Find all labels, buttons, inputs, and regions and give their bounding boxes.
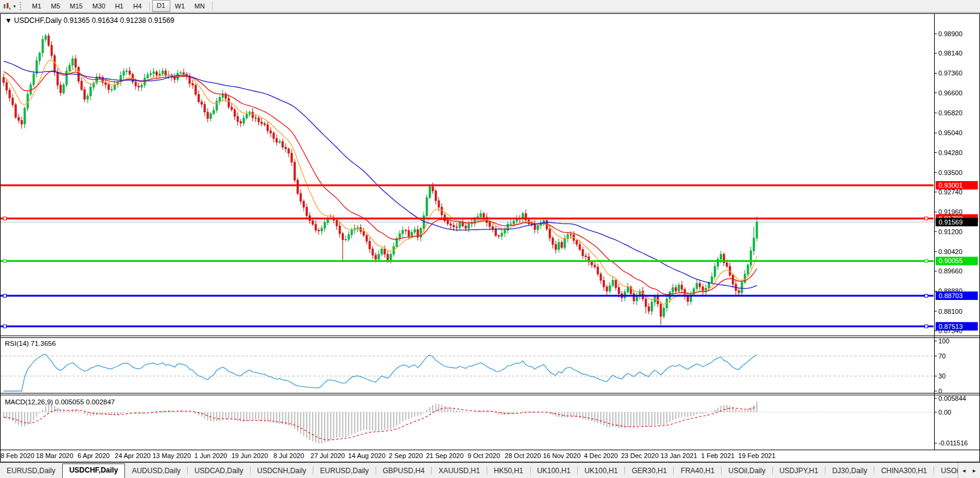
tab-AUDUSD-Daily[interactable]: AUDUSD,Daily <box>125 464 187 478</box>
tab-DJ30-Daily[interactable]: DJ30,Daily <box>825 464 874 478</box>
candle-body <box>14 105 16 118</box>
tab-scroll-left-icon[interactable]: ◂ <box>962 467 966 474</box>
candle-body <box>591 262 593 265</box>
timeframe-button-H1[interactable]: H1 <box>110 1 128 11</box>
hline-handle[interactable] <box>4 260 7 263</box>
candle-body <box>576 241 578 244</box>
price-tick-label: 0.95040 <box>938 129 962 136</box>
candle-body <box>201 102 203 104</box>
date-label: 6 Apr 2020 <box>77 452 109 459</box>
date-label: 19 Jun 2020 <box>231 452 268 459</box>
timeframe-button-MN[interactable]: MN <box>190 1 210 11</box>
toolbar-separator <box>149 2 150 11</box>
candle-body <box>273 133 275 139</box>
candle-body <box>240 121 242 123</box>
timeframe-button-M5[interactable]: M5 <box>46 1 65 11</box>
candle-body <box>258 118 260 123</box>
toolbar-grip[interactable] <box>20 2 23 10</box>
tab-UK100-H1[interactable]: UK100,H1 <box>531 464 577 478</box>
candle-body <box>203 104 205 112</box>
date-label: 28 Feb 2020 <box>0 452 34 459</box>
candle-body <box>264 124 266 125</box>
icon-down-bar <box>7 3 8 8</box>
price-tick-label: 0.95820 <box>938 109 962 116</box>
hline-handle[interactable] <box>925 217 928 220</box>
tab-CHINA300-H1[interactable]: CHINA300,H1 <box>874 464 934 478</box>
candle-body <box>648 307 650 311</box>
hline-handle[interactable] <box>4 294 7 297</box>
date-label: 21 Sep 2020 <box>426 452 463 459</box>
candle-body <box>219 97 220 101</box>
timeframe-button-W1[interactable]: W1 <box>170 1 190 11</box>
timeframe-button-M30[interactable]: M30 <box>88 1 110 11</box>
hline-handle[interactable] <box>4 217 7 220</box>
tab-GER30-H1[interactable]: GER30,H1 <box>625 464 673 478</box>
candle-body <box>243 118 245 124</box>
tab-USDCAD-Daily[interactable]: USDCAD,Daily <box>188 464 250 478</box>
date-label: 9 Oct 2020 <box>467 452 500 459</box>
chart-window: 0.989000.981400.973600.966000.958200.950… <box>0 13 980 462</box>
candle-body <box>231 107 232 109</box>
candle-body <box>495 229 497 235</box>
tab-UK100-H1[interactable]: UK100,H1 <box>578 464 624 478</box>
candle-body <box>372 249 374 255</box>
candle-body <box>363 232 365 235</box>
price-tick-label: 0.98900 <box>938 30 962 37</box>
candle-body <box>411 232 412 237</box>
rsi-label: RSI(14) 71.3656 <box>5 340 56 347</box>
tab-USOil-Daily[interactable]: USOil,Daily <box>722 464 772 478</box>
hline-handle[interactable] <box>925 325 928 328</box>
timeframe-button-H4[interactable]: H4 <box>128 1 146 11</box>
candle-body <box>147 75 149 78</box>
candle-body <box>672 288 674 292</box>
date-label: 1 Jun 2020 <box>194 452 227 459</box>
tab-EURUSD-Daily[interactable]: EURUSD,Daily <box>313 464 376 478</box>
hline-handle[interactable] <box>925 260 928 263</box>
candle-body <box>558 243 560 250</box>
candle-body <box>396 239 398 247</box>
hline-handle[interactable] <box>925 294 928 297</box>
candle-body <box>99 77 101 77</box>
candle-body <box>426 198 428 216</box>
tab-GBPUSD-H4[interactable]: GBPUSD,H4 <box>376 464 431 478</box>
tab-HK50-H1[interactable]: HK50,H1 <box>487 464 530 478</box>
candle-body <box>228 98 229 107</box>
candle-body <box>405 231 406 231</box>
chart-cursor-icon[interactable]: ▾ <box>3 2 17 10</box>
tab-USDJPY-H1[interactable]: USDJPY,H1 <box>773 464 825 478</box>
candle-body <box>606 287 607 291</box>
dropdown-caret-icon[interactable]: ▾ <box>13 4 16 9</box>
candle-body <box>69 65 71 71</box>
tab-XAUUSD-H1[interactable]: XAUUSD,H1 <box>432 464 487 478</box>
tab-USDCNH-Daily[interactable]: USDCNH,Daily <box>251 464 313 478</box>
icon-up-bar <box>4 4 5 8</box>
candle-body <box>681 285 683 289</box>
candle-body <box>468 223 470 229</box>
candle-body <box>114 84 115 89</box>
tab-scroll-right-icon[interactable]: ▸ <box>973 467 976 474</box>
candle-body <box>513 221 514 224</box>
candle-body <box>135 82 136 86</box>
candle-body <box>306 207 307 215</box>
date-label: 19 Feb 2021 <box>738 452 776 459</box>
timeframe-button-D1[interactable]: D1 <box>152 0 170 12</box>
candle-body <box>447 221 449 224</box>
candle-body <box>615 281 617 288</box>
candle-body <box>156 72 158 75</box>
candle-body <box>501 233 503 236</box>
hline-handle[interactable] <box>4 325 7 328</box>
candle-body <box>402 231 404 234</box>
candle-body <box>177 73 179 79</box>
candle-body <box>432 186 434 191</box>
timeframe-button-M15[interactable]: M15 <box>65 1 88 11</box>
candle-body <box>369 241 371 249</box>
tab-USDCHF-Daily[interactable]: USDCHF,Daily <box>62 464 126 478</box>
candle-body <box>699 284 701 287</box>
tab-FRA40-H1[interactable]: FRA40,H1 <box>674 464 721 478</box>
tab-EURUSD-Daily[interactable]: EURUSD,Daily <box>0 464 62 478</box>
candle-body <box>342 234 344 240</box>
timeframe-button-M1[interactable]: M1 <box>27 1 46 11</box>
candle-body <box>18 117 19 120</box>
candle-body <box>687 296 689 301</box>
price-tick-label: 0.98140 <box>938 49 962 57</box>
